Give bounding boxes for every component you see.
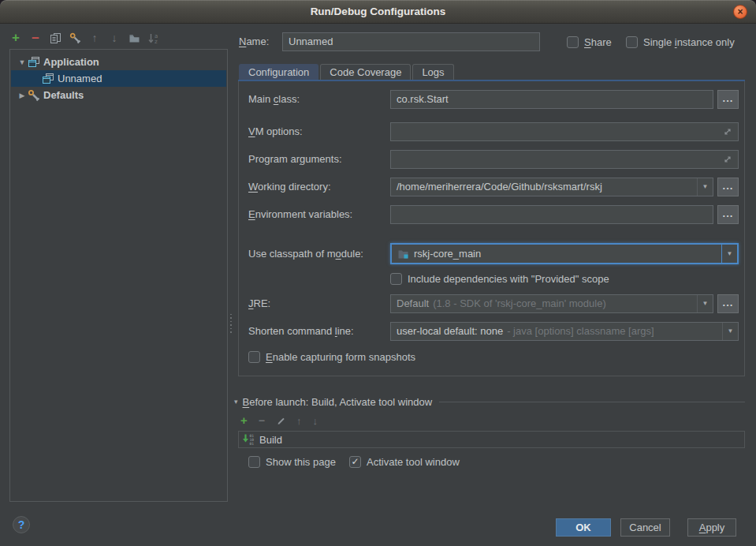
application-icon <box>42 73 54 85</box>
environment-variables-label: Environment variables: <box>248 205 352 224</box>
share-checkbox-group: Share <box>567 36 612 49</box>
enable-snapshots-group: Enable capturing form snapshots <box>248 350 415 364</box>
show-this-page-label: Show this page <box>266 456 336 468</box>
panel-splitter[interactable] <box>230 314 232 335</box>
program-arguments-input[interactable] <box>390 150 739 169</box>
dropdown-arrow-icon[interactable]: ▼ <box>697 295 713 312</box>
task-label: Build <box>259 434 282 446</box>
activate-tool-window-label: Activate tool window <box>367 456 460 468</box>
sort-alphabetically-icon: a z <box>148 32 160 44</box>
application-icon <box>28 56 40 69</box>
single-instance-checkbox-group: Single instance only <box>626 36 735 49</box>
folder-icon <box>128 33 140 43</box>
single-instance-checkbox[interactable] <box>626 36 638 48</box>
tree-item-defaults[interactable]: ▶ Defaults <box>11 87 226 103</box>
help-button[interactable]: ? <box>13 516 30 533</box>
chevron-right-icon[interactable]: ▶ <box>17 92 28 99</box>
edit-defaults-button[interactable] <box>69 32 81 44</box>
environment-variables-input[interactable] <box>390 205 713 224</box>
show-this-page-checkbox[interactable] <box>248 456 260 468</box>
build-icon: 01 10 01 <box>242 433 255 446</box>
single-instance-label: Single instance only <box>643 36 735 48</box>
tab-code-coverage[interactable]: Code Coverage <box>320 64 411 80</box>
before-launch-toolbar: + − ↑ ↓ <box>240 413 318 428</box>
environment-variables-browse-button[interactable]: ... <box>717 205 739 224</box>
arrow-down-icon: ↓ <box>112 32 117 44</box>
tab-bar: Configuration Code Coverage Logs <box>239 64 456 80</box>
activate-tool-window-group: Activate tool window <box>349 455 460 469</box>
svg-text:z: z <box>155 39 158 44</box>
tree-item-label: Application <box>43 56 99 68</box>
include-provided-group: Include dependencies with "Provided" sco… <box>390 272 609 286</box>
main-class-label: Main class: <box>248 90 300 109</box>
edit-task-icon[interactable] <box>276 416 285 425</box>
move-up-button[interactable]: ↑ <box>88 32 101 44</box>
tree-item-label: Unnamed <box>58 73 102 84</box>
before-launch-header[interactable]: ▾ Before launch: Build, Activate tool wi… <box>234 395 745 409</box>
use-classpath-combobox[interactable]: rskj-core_main ▼ <box>390 243 739 264</box>
shorten-command-line-combobox[interactable]: user-local default: none - java [options… <box>390 322 739 341</box>
share-label: Share <box>584 36 612 48</box>
task-up-icon[interactable]: ↑ <box>296 415 302 427</box>
arrow-up-icon: ↑ <box>92 32 98 44</box>
use-classpath-label: Use classpath of module: <box>248 244 363 263</box>
program-arguments-label: Program arguments: <box>248 150 342 169</box>
enable-snapshots-label: Enable capturing form snapshots <box>266 351 415 363</box>
svg-text:01: 01 <box>250 442 255 446</box>
expand-field-icon[interactable] <box>723 155 732 164</box>
window-title: Run/Debug Configurations <box>0 0 756 24</box>
jre-browse-button[interactable]: ... <box>717 294 739 313</box>
include-provided-label: Include dependencies with "Provided" sco… <box>408 273 609 285</box>
working-directory-combobox[interactable]: /home/meriherrera/Code/Github/rsksmart/r… <box>390 178 713 196</box>
tree-item-label: Defaults <box>43 89 84 101</box>
remove-configuration-button[interactable]: − <box>29 32 42 44</box>
working-directory-label: Working directory: <box>248 178 331 196</box>
dropdown-arrow-icon[interactable]: ▼ <box>722 323 738 340</box>
add-icon: + <box>12 32 20 43</box>
main-class-input[interactable]: co.rsk.Start <box>390 90 713 109</box>
name-input[interactable]: Unnamed <box>282 32 540 51</box>
add-task-icon[interactable]: + <box>240 415 248 426</box>
remove-icon: − <box>32 33 39 43</box>
collapse-arrow-icon[interactable]: ▾ <box>234 398 238 406</box>
enable-snapshots-checkbox[interactable] <box>248 351 260 363</box>
move-down-button[interactable]: ↓ <box>108 32 121 44</box>
sort-configurations-button[interactable]: a z <box>147 32 160 44</box>
create-folder-button[interactable] <box>128 32 140 44</box>
header-rule <box>439 402 745 402</box>
configurations-toolbar: + − ↑ ↓ <box>9 32 160 44</box>
tree-item-application[interactable]: ▼ Application <box>11 54 226 70</box>
copy-icon <box>50 32 61 44</box>
dropdown-arrow-icon[interactable]: ▼ <box>721 245 737 263</box>
copy-configuration-button[interactable] <box>49 32 61 44</box>
wrench-gear-icon <box>69 32 81 44</box>
task-down-icon[interactable]: ↓ <box>312 415 318 427</box>
expand-field-icon[interactable] <box>723 127 732 136</box>
configurations-tree: ▼ Application <box>9 49 228 502</box>
title-bar[interactable]: Run/Debug Configurations × <box>0 0 756 24</box>
add-configuration-button[interactable]: + <box>9 32 22 44</box>
activate-tool-window-checkbox[interactable] <box>349 456 361 468</box>
cancel-button[interactable]: Cancel <box>620 518 670 537</box>
before-launch-task-build[interactable]: 01 10 01 Build <box>238 431 745 448</box>
module-icon <box>397 248 409 260</box>
name-label: Name: <box>239 32 269 51</box>
jre-label: JRE: <box>248 294 270 313</box>
jre-combobox[interactable]: Default (1.8 - SDK of 'rskj-core_main' m… <box>390 294 713 313</box>
chevron-down-icon[interactable]: ▼ <box>17 58 28 66</box>
main-class-browse-button[interactable]: ... <box>717 90 739 109</box>
apply-button[interactable]: Apply <box>687 518 736 537</box>
include-provided-checkbox[interactable] <box>390 273 402 285</box>
working-directory-browse-button[interactable]: ... <box>717 178 739 196</box>
tab-logs[interactable]: Logs <box>412 64 453 80</box>
close-icon[interactable]: × <box>733 5 747 19</box>
tab-configuration[interactable]: Configuration <box>239 64 318 80</box>
vm-options-input[interactable] <box>390 122 739 141</box>
ok-button[interactable]: OK <box>556 518 611 537</box>
tree-item-unnamed[interactable]: Unnamed <box>11 70 226 87</box>
run-debug-configurations-dialog: Run/Debug Configurations × + − ↑ ↓ <box>0 0 756 546</box>
share-checkbox[interactable] <box>567 36 579 48</box>
before-launch-title: Before launch: Build, Activate tool wind… <box>243 396 433 408</box>
remove-task-icon[interactable]: − <box>259 414 265 427</box>
dropdown-arrow-icon[interactable]: ▼ <box>697 178 713 196</box>
